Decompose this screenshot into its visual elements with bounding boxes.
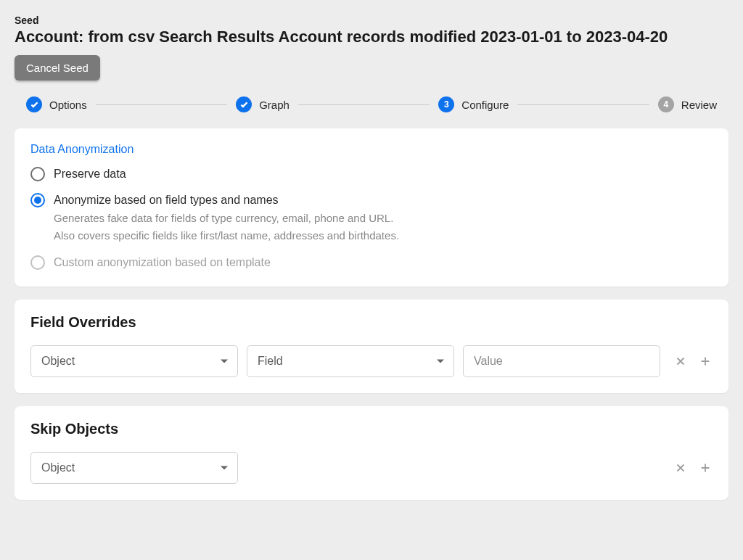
skip-object-select-button[interactable]: Object: [30, 452, 238, 484]
step-options[interactable]: Options: [26, 96, 87, 112]
step-review[interactable]: 4 Review: [658, 96, 717, 112]
step-connector: [96, 104, 227, 105]
step-label: Graph: [259, 99, 290, 111]
step-number-icon: 3: [438, 96, 454, 112]
step-label: Configure: [461, 99, 509, 111]
field-overrides-title: Field Overrides: [30, 314, 713, 331]
cancel-seed-button[interactable]: Cancel Seed: [15, 55, 100, 81]
wizard-stepper: Options Graph 3 Configure 4 Review: [15, 96, 728, 112]
radio-preserve-data[interactable]: Preserve data: [30, 166, 713, 182]
step-configure[interactable]: 3 Configure: [438, 96, 509, 112]
anonymization-radio-group: Preserve data Anonymize based on field t…: [30, 166, 713, 271]
row-actions: [673, 354, 713, 368]
field-select[interactable]: Field: [247, 345, 454, 377]
checkmark-icon: [26, 96, 42, 112]
object-select[interactable]: Object: [30, 345, 238, 377]
step-number-icon: 4: [658, 96, 674, 112]
remove-row-icon[interactable]: [673, 461, 688, 475]
skip-objects-card: Skip Objects Object: [15, 406, 728, 500]
radio-label: Anonymize based on field types and names: [54, 192, 399, 208]
field-override-row: Object Field: [30, 345, 713, 377]
page-title: Account: from csv Search Results Account…: [15, 28, 728, 46]
step-label: Review: [681, 99, 717, 111]
remove-row-icon[interactable]: [673, 354, 688, 368]
radio-label: Custom anonymization based on template: [54, 255, 271, 271]
radio-custom-anonymization: Custom anonymization based on template: [30, 255, 713, 271]
radio-icon[interactable]: [30, 167, 45, 181]
radio-icon[interactable]: [30, 193, 45, 207]
radio-description: Also covers specific fields like first/l…: [54, 228, 399, 244]
add-row-icon[interactable]: [698, 461, 713, 475]
radio-description: Generates fake data for fields of type c…: [54, 210, 399, 227]
radio-label: Preserve data: [54, 166, 126, 182]
skip-object-row: Object: [30, 452, 713, 484]
step-connector: [517, 104, 649, 105]
checkmark-icon: [236, 96, 252, 112]
seed-label: Seed: [15, 15, 728, 26]
field-overrides-card: Field Overrides Object Field: [15, 300, 728, 393]
add-row-icon[interactable]: [698, 354, 713, 368]
field-select-button[interactable]: Field: [247, 345, 454, 377]
value-input[interactable]: [463, 345, 660, 377]
row-actions: [673, 461, 713, 475]
object-select-button[interactable]: Object: [30, 345, 238, 377]
skip-objects-title: Skip Objects: [30, 421, 713, 437]
step-label: Options: [49, 99, 87, 111]
step-connector: [298, 104, 430, 105]
data-anonymization-card: Data Anonymization Preserve data Anonymi…: [15, 128, 728, 287]
radio-icon: [30, 255, 45, 270]
step-graph[interactable]: Graph: [236, 96, 290, 112]
skip-object-select[interactable]: Object: [30, 452, 238, 484]
anonymization-section-title: Data Anonymization: [30, 143, 713, 156]
radio-anonymize-by-type[interactable]: Anonymize based on field types and names…: [30, 192, 713, 244]
